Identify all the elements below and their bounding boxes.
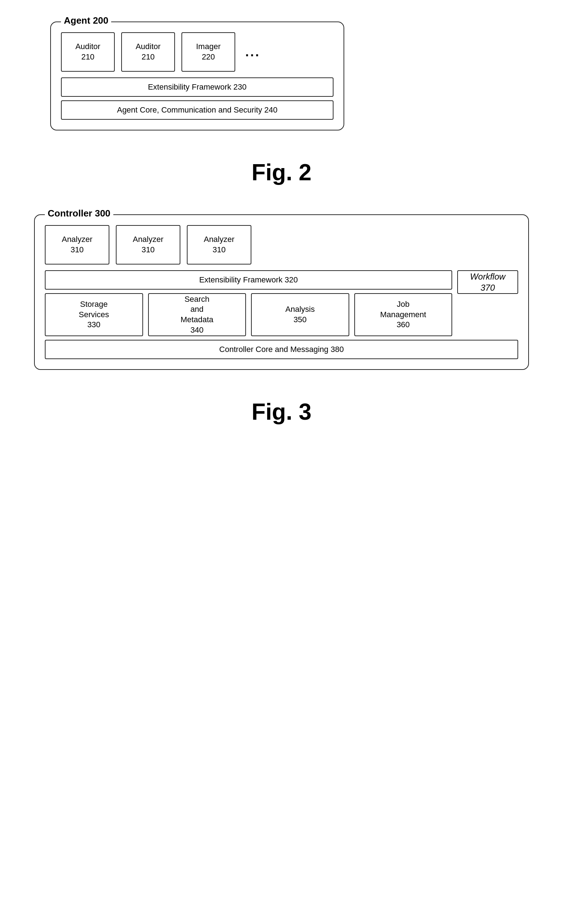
auditor-1-box: Auditor210 — [61, 32, 115, 72]
analyzer-3-box: Analyzer310 — [187, 225, 251, 264]
agent-title: Agent 200 — [61, 15, 111, 26]
agent-diagram: Agent 200 Auditor210 Auditor210 Imager22… — [50, 21, 344, 130]
analyzer-2-box: Analyzer310 — [116, 225, 180, 264]
workflow-box: Workflow370 — [457, 270, 518, 294]
job-management-label: JobManagement360 — [380, 299, 426, 330]
analyzer-2-label: Analyzer310 — [133, 234, 164, 255]
controller-middle-section: Extensibility Framework 320 StorageServi… — [45, 270, 518, 336]
agent-extensibility-box: Extensibility Framework 230 — [61, 77, 333, 97]
controller-title: Controller 300 — [45, 208, 113, 219]
agent-core-row: Agent Core, Communication and Security 2… — [61, 100, 333, 120]
controller-top-row: Analyzer310 Analyzer310 Analyzer310 — [45, 225, 518, 264]
agent-top-row: Auditor210 Auditor210 Imager220 ... — [61, 32, 333, 72]
fig3-label: Fig. 3 — [251, 399, 311, 425]
analysis-box: Analysis350 — [251, 293, 349, 336]
agent-extensibility-row: Extensibility Framework 230 — [61, 77, 333, 97]
imager-box: Imager220 — [182, 32, 235, 72]
controller-core-box: Controller Core and Messaging 380 — [45, 340, 518, 359]
auditor-2-label: Auditor210 — [135, 42, 161, 62]
search-metadata-box: SearchandMetadata340 — [148, 293, 246, 336]
auditor-1-label: Auditor210 — [75, 42, 101, 62]
fig2-label: Fig. 2 — [251, 159, 311, 186]
job-management-box: JobManagement360 — [354, 293, 453, 336]
analysis-label: Analysis350 — [285, 304, 315, 325]
controller-extensibility-box: Extensibility Framework 320 — [45, 270, 452, 290]
ellipsis: ... — [245, 45, 260, 60]
controller-diagram: Controller 300 Analyzer310 Analyzer310 A… — [34, 214, 529, 370]
agent-core-box: Agent Core, Communication and Security 2… — [61, 100, 333, 120]
analyzer-3-label: Analyzer310 — [204, 234, 234, 255]
workflow-label: Workflow370 — [470, 271, 506, 293]
imager-label: Imager220 — [196, 42, 221, 62]
auditor-2-box: Auditor210 — [121, 32, 175, 72]
storage-services-label: StorageServices330 — [79, 299, 109, 330]
storage-services-box: StorageServices330 — [45, 293, 143, 336]
controller-left-part: Extensibility Framework 320 StorageServi… — [45, 270, 452, 336]
controller-core-row: Controller Core and Messaging 380 — [45, 340, 518, 359]
analyzer-1-box: Analyzer310 — [45, 225, 110, 264]
controller-services-inner: StorageServices330 SearchandMetadata340 … — [45, 293, 452, 336]
search-metadata-label: SearchandMetadata340 — [180, 294, 213, 335]
analyzer-1-label: Analyzer310 — [62, 234, 93, 255]
